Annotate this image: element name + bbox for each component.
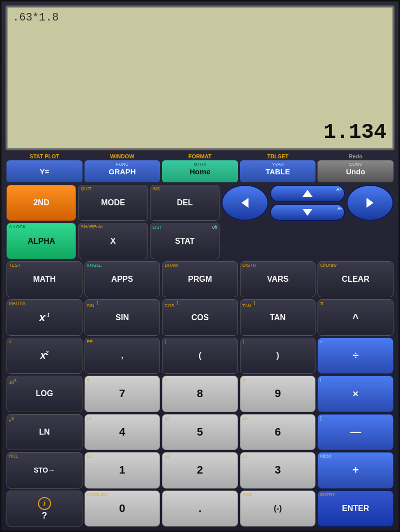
- screen-expression: .63*1.8: [12, 11, 58, 24]
- up-arrow-icon: [302, 190, 312, 197]
- cos-top-label: COS-1: [164, 301, 178, 308]
- 8-top-label: v: [164, 378, 167, 382]
- tan-button[interactable]: TAN-1 TAN: [240, 299, 316, 335]
- xsq-button[interactable]: √ x2: [6, 338, 82, 374]
- sto-top-label: RCL: [9, 454, 18, 459]
- cos-button[interactable]: COS-1 COS: [162, 299, 238, 335]
- log-button[interactable]: 10x LOG: [6, 376, 82, 412]
- lparen-top-label: {: [164, 340, 166, 344]
- lparen-label: (: [198, 352, 201, 360]
- log-top-label: 10x: [9, 378, 16, 385]
- nav-down-button[interactable]: A-: [270, 204, 345, 221]
- 2-button[interactable]: L2 2: [162, 452, 238, 488]
- sto-button[interactable]: RCL STO→: [6, 452, 82, 488]
- nav-left-button[interactable]: [222, 185, 268, 221]
- vars-button[interactable]: DISTR VARS: [240, 261, 316, 297]
- graph-button[interactable]: FUNC GRAPH: [84, 160, 160, 182]
- div-button[interactable]: e ÷: [318, 338, 394, 374]
- row-8: RCL STO→ L1 1 L2 2 L3 3 MEM +: [6, 452, 394, 488]
- div-top-label: e: [320, 340, 322, 344]
- nav-up-button[interactable]: A+: [270, 185, 345, 202]
- undo-button[interactable]: CONV Undo: [318, 160, 394, 182]
- 4-button[interactable]: L4 4: [84, 414, 160, 450]
- 6-button[interactable]: L6 6: [240, 414, 316, 450]
- prgm-button[interactable]: DRAW PRGM: [162, 261, 238, 297]
- rparen-top-label: }: [242, 340, 244, 344]
- 3-top-label: L3: [242, 454, 248, 459]
- func-label-redo: Redo: [318, 153, 394, 159]
- row-1: 2ND QUIT MODE INS DEL A+: [6, 185, 394, 221]
- caret-button[interactable]: π ^: [318, 299, 394, 335]
- vars-label: VARS: [267, 275, 288, 283]
- table-label: TABLE: [266, 167, 290, 176]
- ln-button[interactable]: ex LN: [6, 414, 82, 450]
- home-button[interactable]: MTRX Home: [162, 160, 238, 182]
- dot-label: .: [198, 503, 202, 514]
- alpha-button[interactable]: A-LOCK ALPHA: [6, 223, 76, 259]
- vars-top-label: DISTR: [242, 263, 256, 268]
- ln-top-label: ex: [9, 416, 14, 423]
- 0-label: 0: [119, 503, 125, 514]
- row-4: MATRIX x-1 SIN-1 SIN COS-1 COS TAN-1 TAN…: [6, 299, 394, 335]
- sto-label: STO→: [34, 467, 56, 474]
- 6-top-label: L6: [242, 416, 248, 421]
- 5-label: 5: [197, 427, 203, 438]
- del-top-label: INS: [152, 187, 160, 191]
- down-arrow-icon: [302, 209, 312, 216]
- 2nd-button[interactable]: 2ND: [6, 185, 76, 221]
- 7-button[interactable]: u 7: [84, 376, 160, 412]
- graph-label: GRAPH: [108, 167, 136, 176]
- row-9: i ? CATALOG 0 i . ANS (-) ENTRY ENTER: [6, 491, 394, 527]
- x-label: X: [110, 237, 116, 245]
- xinv-label: x-1: [39, 311, 50, 324]
- undo-sublabel: CONV: [349, 162, 362, 167]
- table-button[interactable]: YVAR TABLE: [240, 160, 316, 182]
- xinv-button[interactable]: MATRIX x-1: [6, 299, 82, 335]
- question-button[interactable]: i ?: [6, 491, 82, 527]
- row-5: √ x2 EE , { ( } ) e ÷: [6, 338, 394, 374]
- plus-button[interactable]: MEM +: [318, 452, 394, 488]
- prgm-label: PRGM: [188, 275, 212, 283]
- func-label-row: STAT PLOT WINDOW FORMAT TBLSET Redo: [6, 153, 394, 159]
- div-label: ÷: [352, 350, 358, 361]
- 0-button[interactable]: CATALOG 0: [84, 491, 160, 527]
- stat-top-label: LIST: [152, 225, 162, 230]
- home-label: Home: [190, 167, 210, 176]
- alpha-label: ALPHA: [28, 237, 55, 245]
- stat-button[interactable]: LIST 0h STAT: [150, 223, 220, 259]
- 3-button[interactable]: L3 3: [240, 452, 316, 488]
- nav-right-button[interactable]: [346, 185, 394, 221]
- clear-button[interactable]: ClrDraw CLEAR: [318, 261, 394, 297]
- table-sublabel: YVAR: [272, 162, 284, 167]
- 5-button[interactable]: L5 5: [162, 414, 238, 450]
- del-button[interactable]: INS DEL: [150, 185, 220, 221]
- 2-label: 2: [197, 465, 203, 476]
- plus-top-label: MEM: [320, 454, 330, 459]
- minus-button[interactable]: ] —: [318, 414, 394, 450]
- apps-top-label: ANGLE: [87, 263, 102, 268]
- 8-button[interactable]: v 8: [162, 376, 238, 412]
- nav-cluster: A+ A-: [222, 185, 394, 221]
- math-button[interactable]: TEST MATH: [6, 261, 82, 297]
- y-equals-button[interactable]: Y=: [6, 160, 82, 182]
- 9-label: 9: [274, 388, 280, 399]
- mode-button[interactable]: QUIT MODE: [78, 185, 148, 221]
- 2nd-label: 2ND: [34, 199, 50, 207]
- neg-button[interactable]: ANS (-): [240, 491, 316, 527]
- dot-button[interactable]: i .: [162, 491, 238, 527]
- xsq-label: x2: [40, 350, 48, 361]
- 1-button[interactable]: L1 1: [84, 452, 160, 488]
- 4-label: 4: [119, 427, 125, 438]
- mult-top-label: [: [320, 378, 322, 382]
- apps-button[interactable]: ANGLE APPS: [84, 261, 160, 297]
- sin-label: SIN: [116, 314, 129, 322]
- mult-button[interactable]: [ ×: [318, 376, 394, 412]
- rparen-button[interactable]: } ): [240, 338, 316, 374]
- row-6: 10x LOG u 7 v 8 w 9 [ ×: [6, 376, 394, 412]
- comma-button[interactable]: EE ,: [84, 338, 160, 374]
- lparen-button[interactable]: { (: [162, 338, 238, 374]
- 9-button[interactable]: w 9: [240, 376, 316, 412]
- x-button[interactable]: SHAREn/d X: [78, 223, 148, 259]
- sin-button[interactable]: SIN-1 SIN: [84, 299, 160, 335]
- enter-button[interactable]: ENTRY ENTER: [318, 491, 394, 527]
